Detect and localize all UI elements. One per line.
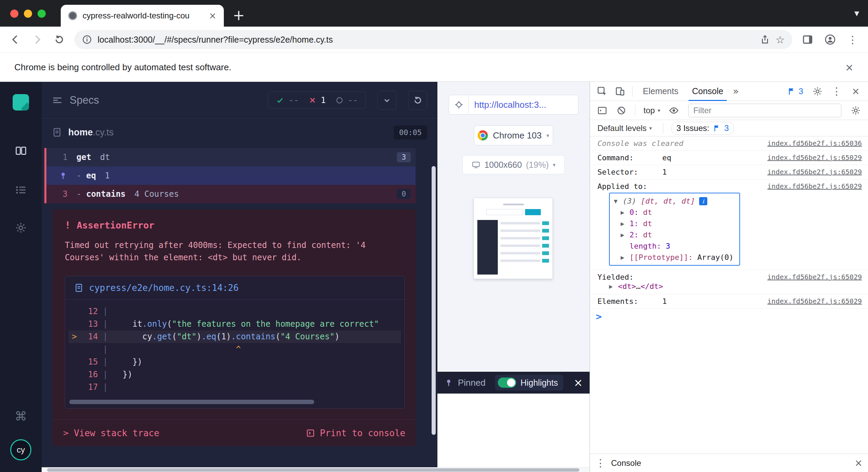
site-info-icon[interactable]: [82, 34, 92, 45]
array-item[interactable]: ▶ 0: dt: [614, 207, 735, 218]
forward-button[interactable]: [27, 30, 47, 49]
pin-icon[interactable]: [46, 171, 68, 180]
user-avatar[interactable]: cy: [0, 439, 42, 460]
disclosure-closed-icon[interactable]: ▶: [621, 232, 630, 238]
highlights-control: Highlights: [495, 375, 563, 390]
print-to-console-link[interactable]: Print to console: [306, 428, 405, 438]
console-sidebar-icon[interactable]: [594, 102, 610, 119]
reload-button[interactable]: [49, 30, 69, 49]
execution-context-dropdown[interactable]: top ▾: [641, 106, 663, 115]
command-row-get[interactable]: 1 get dt 3: [46, 148, 416, 166]
yielded-element-preview[interactable]: ▶ <dt>…</dt>: [590, 282, 868, 294]
console-filter-input[interactable]: [688, 104, 841, 117]
infobar-close-icon[interactable]: ×: [845, 61, 854, 73]
aut-url-bar[interactable]: http://localhost:3...: [449, 95, 578, 115]
source-link[interactable]: index.fd56be2f.js:65029: [761, 297, 862, 305]
spec-file-bar[interactable]: home.cy.ts 00:05: [42, 119, 437, 146]
page-horizontal-scrollbar[interactable]: [42, 467, 590, 472]
array-item[interactable]: ▶ 1: dt: [614, 218, 735, 229]
command-count-badge: 3: [397, 152, 411, 162]
specs-list-icon[interactable]: [52, 95, 63, 106]
clear-console-icon[interactable]: [613, 102, 630, 119]
issues-summary-button[interactable]: 3 Issues: 3: [671, 122, 734, 135]
highlights-toggle[interactable]: [498, 378, 516, 388]
disclosure-open-icon[interactable]: ▼: [614, 198, 623, 204]
code-frame-file-link[interactable]: cypress/e2e/home.cy.ts:14:26: [89, 283, 238, 293]
disclosure-closed-icon[interactable]: ▶: [621, 255, 630, 260]
sidebar-item-specs[interactable]: [0, 145, 42, 157]
command-row-contains[interactable]: 3 - contains 4 Courses 0: [46, 185, 416, 203]
command-row-eq[interactable]: - eq 1: [46, 166, 416, 185]
window-minimize-button[interactable]: [24, 10, 32, 18]
command-message: dt: [100, 152, 110, 162]
drawer-menu-icon[interactable]: ⋮: [595, 457, 606, 469]
code-frame-scrollbar[interactable]: [69, 400, 400, 404]
tab-close-icon[interactable]: ×: [209, 11, 216, 21]
infobar-message: Chrome is being controlled by automated …: [14, 62, 231, 73]
profile-avatar-icon[interactable]: [820, 30, 840, 49]
console-messages: Console was cleared index.fd56be2f.js:65…: [590, 136, 868, 472]
info-badge-icon[interactable]: i: [699, 197, 707, 205]
code-line: 17 |: [69, 381, 401, 394]
back-button[interactable]: [5, 30, 25, 49]
devtools-settings-icon[interactable]: [809, 83, 826, 100]
cleared-message: Console was cleared: [597, 139, 683, 148]
source-link[interactable]: index.fd56be2f.js:65029: [761, 168, 862, 176]
source-link[interactable]: index.fd56be2f.js:65029: [761, 153, 862, 162]
array-preview-line[interactable]: ▼ (3) [dt, dt, dt] i: [614, 195, 735, 207]
eye-icon[interactable]: [666, 102, 682, 119]
tab-search-icon[interactable]: ▾: [854, 8, 859, 19]
inspect-element-icon[interactable]: [594, 83, 610, 100]
more-tabs-icon[interactable]: »: [731, 86, 741, 97]
drawer-close-icon[interactable]: ×: [855, 457, 863, 469]
rerun-tests-button[interactable]: [408, 91, 427, 110]
unpin-close-icon[interactable]: ×: [574, 376, 583, 389]
new-tab-button[interactable]: +: [233, 8, 245, 23]
url-text[interactable]: localhost:3000/__/#/specs/runner?file=cy…: [98, 35, 754, 45]
file-icon: [74, 283, 84, 293]
collapse-tests-button[interactable]: [377, 91, 396, 110]
device-toolbar-icon[interactable]: [612, 83, 628, 100]
browser-tab[interactable]: cypress-realworld-testing-cou ×: [61, 5, 224, 27]
side-panel-icon[interactable]: [798, 30, 818, 49]
source-link[interactable]: index.fd56be2f.js:65029: [761, 182, 862, 190]
reporter-scrollbar[interactable]: [432, 166, 436, 435]
viewport-size-label: 1000x660: [484, 160, 522, 170]
devtools-close-icon[interactable]: ×: [848, 83, 864, 100]
share-icon[interactable]: [760, 34, 770, 45]
scrollbar-thumb[interactable]: [47, 468, 579, 472]
disclosure-closed-icon[interactable]: ▶: [609, 284, 618, 289]
console-settings-icon[interactable]: [848, 102, 864, 119]
disclosure-closed-icon[interactable]: ▶: [621, 210, 630, 215]
console-prompt[interactable]: >: [590, 309, 868, 325]
aut-url-link[interactable]: http://localhost:3...: [469, 100, 552, 110]
drawer-console-tab[interactable]: Console: [611, 458, 641, 468]
chevron-down-icon: ▾: [547, 132, 549, 139]
disclosure-closed-icon[interactable]: ▶: [621, 221, 630, 226]
array-prototype-line[interactable]: ▶ [[Prototype]]: Array(0): [614, 252, 735, 263]
window-zoom-button[interactable]: [38, 10, 46, 18]
sidebar-item-settings[interactable]: [0, 222, 42, 234]
array-item[interactable]: ▶ 2: dt: [614, 229, 735, 240]
bookmark-star-icon[interactable]: ☆: [776, 34, 785, 46]
log-levels-dropdown[interactable]: Default levels ▾: [595, 123, 655, 133]
issues-counter-button[interactable]: 3: [784, 85, 807, 98]
tab-elements[interactable]: Elements: [637, 82, 684, 101]
scrollbar-thumb[interactable]: [69, 400, 314, 404]
viewport-size-dropdown[interactable]: 1000x660 (19%) ▾: [462, 155, 565, 174]
cypress-logo[interactable]: [13, 94, 29, 110]
tab-console[interactable]: Console: [686, 82, 729, 101]
code-line: | ^: [69, 343, 401, 356]
stat-pending: --: [335, 95, 358, 105]
keyboard-shortcuts-icon[interactable]: ⌘: [0, 409, 42, 423]
sidebar-item-runs[interactable]: [0, 184, 42, 196]
devtools-menu-icon[interactable]: ⋮: [828, 83, 845, 100]
selector-playground-icon[interactable]: [449, 95, 469, 114]
source-link[interactable]: index.fd56be2f.js:65036: [761, 139, 862, 147]
browser-selector-dropdown[interactable]: Chrome 103 ▾: [474, 126, 553, 145]
view-stack-trace-link[interactable]: > View stack trace: [63, 428, 159, 438]
browser-menu-icon[interactable]: ⋮: [843, 30, 863, 49]
window-close-button[interactable]: [10, 10, 18, 18]
address-bar[interactable]: localhost:3000/__/#/specs/runner?file=cy…: [74, 30, 792, 49]
source-link[interactable]: index.fd56be2f.js:65029: [761, 273, 862, 281]
